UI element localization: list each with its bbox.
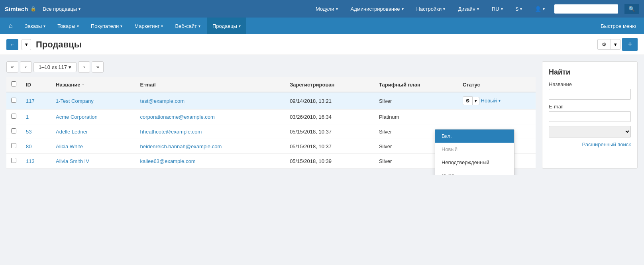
user-menu[interactable]: 👤 ▾: [532, 6, 548, 12]
col-registered: Зарегистрирован: [285, 77, 374, 92]
row-name-link[interactable]: Adelle Ledner: [56, 129, 88, 135]
sellers-menu[interactable]: Продавцы ▾: [207, 18, 246, 34]
row-email-link[interactable]: kailee63@example.com: [140, 158, 196, 164]
row-email-link[interactable]: corporationacme@example.com: [140, 114, 215, 120]
top-navigation: Simtech 🔒 Все продавцы ▾ Модули ▾ Админи…: [0, 0, 644, 18]
search-input[interactable]: [554, 4, 618, 14]
chevron-down-icon: ▾: [499, 98, 501, 103]
home-button[interactable]: ⌂: [3, 18, 18, 34]
seller-selector[interactable]: Все продавцы ▾: [43, 6, 80, 12]
user-icon: 👤: [535, 6, 541, 12]
page-header: ← ▾ Продавцы ⚙ ▾ +: [0, 34, 644, 55]
chevron-down-icon: ▾: [120, 24, 122, 28]
row-registered: 05/15/2018, 10:39: [285, 154, 374, 169]
name-field-label: Название: [549, 81, 631, 87]
status-label[interactable]: Новый ▾: [481, 98, 501, 104]
chevron-down-icon: ▾: [543, 7, 545, 11]
chevron-down-icon: ▾: [501, 7, 503, 11]
chevron-down-icon: ▾: [239, 24, 241, 28]
row-id-link[interactable]: 113: [26, 158, 35, 164]
chevron-down-icon: ▾: [402, 7, 404, 11]
design-menu[interactable]: Дизайн ▾: [455, 6, 482, 12]
header-actions: ⚙ ▾ +: [597, 38, 638, 51]
email-search-input[interactable]: [549, 111, 631, 122]
col-email: E-mail: [135, 77, 285, 92]
modules-menu[interactable]: Модули ▾: [312, 6, 341, 12]
select-all-checkbox[interactable]: [11, 81, 16, 86]
settings-menu[interactable]: Настройки ▾: [413, 6, 449, 12]
administration-menu[interactable]: Администрирование ▾: [348, 6, 407, 12]
col-name[interactable]: Название ↑: [51, 77, 135, 92]
row-checkbox[interactable]: [11, 128, 16, 133]
language-selector[interactable]: RU ▾: [489, 6, 506, 12]
row-registered: 03/26/2010, 16:34: [285, 110, 374, 124]
currency-selector[interactable]: $ ▾: [512, 6, 525, 12]
name-search-input[interactable]: [549, 89, 631, 100]
table-row: 117 1-Test Company test@example.com 09/1…: [6, 92, 536, 110]
col-plan: Тарифный план: [374, 77, 458, 92]
quick-menu-button[interactable]: Быстрое меню: [596, 23, 641, 29]
row-email-link[interactable]: heidenreich.hannah@example.com: [140, 143, 222, 149]
row-id-link[interactable]: 53: [26, 129, 31, 135]
row-id-link[interactable]: 80: [26, 143, 31, 149]
status-chevron-button[interactable]: ▾: [473, 97, 479, 105]
status-option-unconfirmed[interactable]: Неподтвержденный: [435, 156, 514, 169]
prev-page-button[interactable]: ‹: [20, 61, 32, 73]
first-page-button[interactable]: «: [6, 61, 18, 73]
buyers-menu[interactable]: Покупатели ▾: [85, 18, 128, 34]
row-registered: 05/15/2018, 10:37: [285, 124, 374, 139]
col-status: Статус: [458, 77, 536, 92]
marketing-menu[interactable]: Маркетинг ▾: [129, 18, 169, 34]
row-status: ⚙ ▾ Новый ▾: [458, 92, 536, 110]
right-panel: Найти Название E-mail Расширенный поиск: [542, 61, 638, 169]
status-option-off[interactable]: Выкл.: [435, 169, 514, 175]
search-button[interactable]: 🔍: [624, 4, 639, 14]
row-name-link[interactable]: Alivia Smith IV: [56, 158, 89, 164]
home-icon: ⌂: [9, 22, 13, 29]
row-name-link[interactable]: 1-Test Company: [56, 98, 94, 104]
row-id-link[interactable]: 1: [26, 114, 29, 120]
lock-icon: 🔒: [30, 6, 36, 12]
row-status: [458, 110, 536, 124]
row-name-link[interactable]: Alicia White: [56, 143, 83, 149]
row-registered: 09/14/2018, 13:21: [285, 92, 374, 110]
products-menu[interactable]: Товары ▾: [52, 18, 84, 34]
back-arrow-icon: ←: [10, 41, 15, 48]
row-checkbox[interactable]: [11, 114, 16, 119]
pagination: « ‹ 1–10 из 117 ▾ › »: [6, 61, 536, 73]
row-name-link[interactable]: Acme Corporation: [56, 114, 98, 120]
table-wrapper: ID Название ↑ E-mail Зарегистрирован Тар…: [6, 77, 536, 169]
row-checkbox[interactable]: [11, 98, 16, 103]
row-email-link[interactable]: hheathcote@example.com: [140, 129, 202, 135]
row-checkbox[interactable]: [11, 143, 16, 148]
next-page-button[interactable]: ›: [78, 61, 90, 73]
col-id: ID: [21, 77, 51, 92]
website-menu[interactable]: Веб-сайт ▾: [169, 18, 206, 34]
orders-menu[interactable]: Заказы ▾: [19, 18, 51, 34]
brand-logo: Simtech 🔒: [5, 6, 36, 12]
status-filter-select[interactable]: [549, 126, 631, 137]
advanced-search-link[interactable]: Расширенный поиск: [549, 141, 631, 147]
chevron-down-icon: ▾: [25, 41, 28, 47]
row-checkbox[interactable]: [11, 158, 16, 163]
chevron-down-icon: ▾: [77, 24, 79, 28]
gear-icon: ⚙: [602, 41, 607, 47]
status-option-on[interactable]: Вкл.: [435, 130, 514, 143]
email-field-label: E-mail: [549, 104, 631, 110]
brand-name: Simtech: [5, 6, 28, 12]
back-button[interactable]: ←: [6, 39, 18, 50]
add-button[interactable]: +: [622, 38, 638, 51]
page-info[interactable]: 1–10 из 117 ▾: [33, 62, 77, 72]
gear-button[interactable]: ⚙: [597, 39, 611, 50]
status-option-new[interactable]: Новый: [435, 143, 514, 156]
row-id-link[interactable]: 117: [26, 98, 35, 104]
last-page-button[interactable]: »: [92, 61, 104, 73]
header-dropdown-button[interactable]: ▾: [22, 39, 31, 50]
gear-dropdown-button[interactable]: ▾: [611, 39, 620, 50]
row-email-link[interactable]: test@example.com: [140, 98, 185, 104]
chevron-down-icon: ▾: [43, 24, 45, 28]
table-area: « ‹ 1–10 из 117 ▾ › » ID Название ↑: [6, 61, 536, 169]
page-title: Продавцы: [36, 39, 594, 50]
status-gear-button[interactable]: ⚙: [463, 96, 473, 105]
panel-title: Найти: [549, 68, 631, 77]
